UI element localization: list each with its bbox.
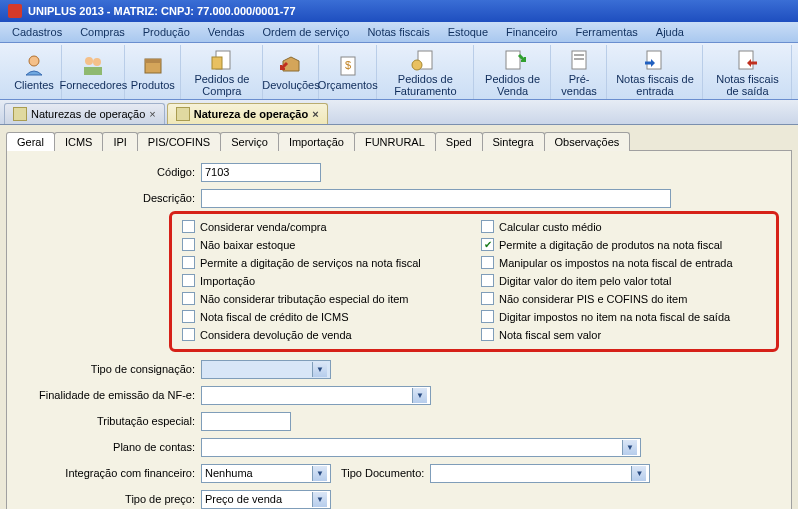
toolbar-icon: [499, 47, 527, 71]
checkbox-label: Digitar impostos no item na nota fiscal …: [499, 311, 730, 323]
tipo-preco-label: Tipo de preço:: [21, 493, 201, 505]
close-icon[interactable]: ×: [312, 108, 318, 120]
toolbar-icon: [565, 47, 593, 71]
plano-select[interactable]: ▼: [201, 438, 641, 457]
doctab-natureza-de-operação[interactable]: Natureza de operação ×: [167, 103, 328, 124]
tab-pis-cofins[interactable]: PIS/COFINS: [137, 132, 221, 151]
menu-notas fiscais[interactable]: Notas fiscais: [359, 24, 437, 40]
chevron-down-icon: ▼: [631, 466, 646, 481]
checkbox-n-o-baixar-estoque[interactable]: Não baixar estoque: [182, 238, 467, 251]
doctab-naturezas-de-operação[interactable]: Naturezas de operação ×: [4, 103, 165, 124]
chevron-down-icon: ▼: [312, 492, 327, 507]
toolbar-notas-fiscais-de-entrada[interactable]: Notas fiscais de entrada: [607, 45, 703, 99]
toolbar-pré-vendas[interactable]: Pré-vendas: [551, 45, 607, 99]
checkbox-label: Não considerar tributação especial do it…: [200, 293, 409, 305]
toolbar-fornecedores[interactable]: Fornecedores: [62, 45, 125, 99]
document-icon: [13, 107, 27, 121]
checkbox-importa-o[interactable]: Importação: [182, 274, 467, 287]
checkbox-box: [481, 274, 494, 287]
tipo-preco-select[interactable]: Preço de venda ▼: [201, 490, 331, 509]
tab-observações[interactable]: Observações: [544, 132, 631, 151]
doctab-label: Naturezas de operação: [31, 108, 145, 120]
window-title: UNIPLUS 2013 - MATRIZ: CNPJ: 77.000.000/…: [28, 5, 296, 17]
checkbox-nota-fiscal-sem-valor[interactable]: Nota fiscal sem valor: [481, 328, 766, 341]
toolbar-clientes[interactable]: Clientes: [6, 45, 62, 99]
app-icon: [8, 4, 22, 18]
tab-serviço[interactable]: Serviço: [220, 132, 279, 151]
svg-point-11: [412, 60, 422, 70]
menu-ajuda[interactable]: Ajuda: [648, 24, 692, 40]
menu-ferramentas[interactable]: Ferramentas: [567, 24, 645, 40]
toolbar-label: Notas fiscais de entrada: [616, 73, 694, 97]
document-icon: [176, 107, 190, 121]
close-icon[interactable]: ×: [149, 108, 155, 120]
toolbar-icon: [20, 53, 48, 77]
checkbox-considera-devolu-o-de-venda[interactable]: Considera devolução de venda: [182, 328, 467, 341]
tipo-consignacao-label: Tipo de consignação:: [21, 363, 201, 375]
checkbox-permite-a-digita-o-de-servi-os[interactable]: Permite a digitação de serviços na nota …: [182, 256, 467, 269]
menu-estoque[interactable]: Estoque: [440, 24, 496, 40]
toolbar-icon: [79, 53, 107, 77]
checkbox-permite-a-digita-o-de-produtos[interactable]: ✔Permite a digitação de produtos na nota…: [481, 238, 766, 251]
checkbox-digitar-impostos-no-item-na-no[interactable]: Digitar impostos no item na nota fiscal …: [481, 310, 766, 323]
toolbar-notas-fiscais-de-saída[interactable]: Notas fiscais de saída: [703, 45, 792, 99]
svg-point-1: [85, 57, 93, 65]
checkbox-considerar-venda-compra[interactable]: Considerar venda/compra: [182, 220, 467, 233]
toolbar-orçamentos[interactable]: $Orçamentos: [319, 45, 377, 99]
checkbox-box: [182, 238, 195, 251]
tipo-preco-value: Preço de venda: [205, 493, 282, 505]
toolbar-label: Pedidos de Faturamento: [386, 73, 466, 97]
toolbar-devoluções[interactable]: Devoluções: [263, 45, 319, 99]
checkbox-manipular-os-impostos-na-nota-[interactable]: Manipular os impostos na nota fiscal de …: [481, 256, 766, 269]
toolbar-produtos[interactable]: Produtos: [125, 45, 181, 99]
tab-importação[interactable]: Importação: [278, 132, 355, 151]
checkbox-calcular-custo-m-dio[interactable]: Calcular custo médio: [481, 220, 766, 233]
checkbox-label: Permite a digitação de serviços na nota …: [200, 257, 421, 269]
menu-compras[interactable]: Compras: [72, 24, 133, 40]
menu-cadastros[interactable]: Cadastros: [4, 24, 70, 40]
tab-sped[interactable]: Sped: [435, 132, 483, 151]
descricao-input[interactable]: [201, 189, 671, 208]
codigo-input[interactable]: [201, 163, 321, 182]
document-tabs: Naturezas de operação ×Natureza de opera…: [0, 100, 798, 125]
toolbar-pedidos-de-faturamento[interactable]: Pedidos de Faturamento: [377, 45, 475, 99]
checkbox-digitar-valor-do-item-pelo-val[interactable]: Digitar valor do item pelo valor total: [481, 274, 766, 287]
tab-ipi[interactable]: IPI: [102, 132, 137, 151]
tipo-doc-select[interactable]: ▼: [430, 464, 650, 483]
tab-geral[interactable]: Geral: [6, 132, 55, 151]
checkbox-box: [182, 274, 195, 287]
toolbar-icon: [277, 53, 305, 77]
checkbox-nota-fiscal-de-cr-dito-de-icms[interactable]: Nota fiscal de crédito de ICMS: [182, 310, 467, 323]
menu-ordem de serviço[interactable]: Ordem de serviço: [255, 24, 358, 40]
svg-rect-3: [84, 67, 102, 75]
chevron-down-icon: ▼: [622, 440, 637, 455]
checkbox-box: [182, 328, 195, 341]
finalidade-select[interactable]: ▼: [201, 386, 431, 405]
checkbox-box: [481, 256, 494, 269]
toolbar-pedidos-de-venda[interactable]: Pedidos de Venda: [474, 45, 551, 99]
descricao-label: Descrição:: [21, 192, 201, 204]
tab-sintegra[interactable]: Sintegra: [482, 132, 545, 151]
tipo-consignacao-select[interactable]: ▼: [201, 360, 331, 379]
svg-rect-5: [145, 59, 161, 63]
checkbox-n-o-considerar-tributa-o-espec[interactable]: Não considerar tributação especial do it…: [182, 292, 467, 305]
toolbar-icon: [733, 47, 761, 71]
tab-icms[interactable]: ICMS: [54, 132, 104, 151]
svg-point-2: [93, 58, 101, 66]
svg-rect-7: [212, 57, 222, 69]
tributacao-input[interactable]: [201, 412, 291, 431]
checkbox-label: Considera devolução de venda: [200, 329, 352, 341]
toolbar-label: Fornecedores: [59, 79, 127, 91]
checkbox-box: [182, 220, 195, 233]
checkbox-label: Nota fiscal sem valor: [499, 329, 601, 341]
menu-financeiro[interactable]: Financeiro: [498, 24, 565, 40]
toolbar-pedidos-de-compra[interactable]: Pedidos de Compra: [181, 45, 263, 99]
menu-produção[interactable]: Produção: [135, 24, 198, 40]
integracao-select[interactable]: Nenhuma ▼: [201, 464, 331, 483]
checkbox-n-o-considerar-pis-e-cofins-do[interactable]: Não considerar PIS e COFINS do item: [481, 292, 766, 305]
checkbox-label: Não baixar estoque: [200, 239, 295, 251]
toolbar-label: Notas fiscais de saída: [712, 73, 783, 97]
menu-vendas[interactable]: Vendas: [200, 24, 253, 40]
toolbar: ClientesFornecedoresProdutosPedidos de C…: [0, 43, 798, 100]
tab-funrural[interactable]: FUNRURAL: [354, 132, 436, 151]
